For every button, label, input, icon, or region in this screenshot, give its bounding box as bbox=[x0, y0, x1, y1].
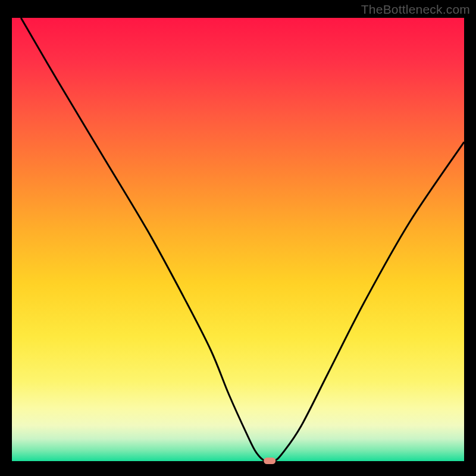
chart-container: TheBottleneck.com bbox=[0, 0, 476, 476]
marker-dot bbox=[264, 458, 275, 464]
bottleneck-curve bbox=[21, 18, 464, 462]
attribution-text: TheBottleneck.com bbox=[361, 2, 470, 17]
plot-area bbox=[12, 18, 464, 461]
bottleneck-curve-svg bbox=[12, 18, 464, 461]
